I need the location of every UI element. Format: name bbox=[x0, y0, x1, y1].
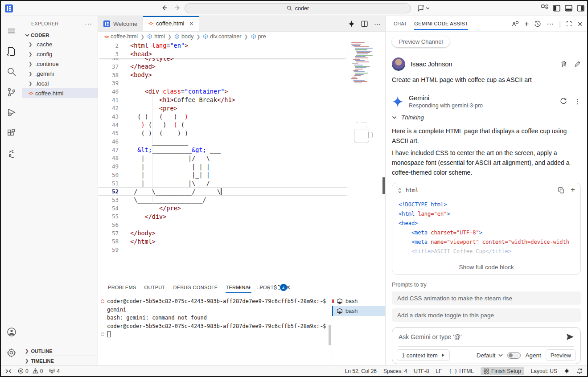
tree-item-.gemini[interactable]: ❯.gemini bbox=[22, 69, 98, 78]
minimap[interactable] bbox=[350, 42, 382, 281]
prompt-suggestion-1[interactable]: Add a dark mode toggle to this page bbox=[392, 308, 581, 322]
copy-code-icon[interactable] bbox=[558, 187, 564, 193]
status-utf-8[interactable]: UTF-8 bbox=[414, 368, 429, 374]
extensions-icon[interactable] bbox=[1, 123, 22, 143]
explorer-more-icon[interactable]: ··· bbox=[85, 20, 92, 27]
tree-item-label: .cache bbox=[35, 41, 52, 48]
terminal-instance-1[interactable]: bash bbox=[332, 306, 385, 316]
toggle-panel-button[interactable] bbox=[565, 5, 572, 12]
chat-maximize-icon[interactable] bbox=[566, 21, 572, 27]
back-button[interactable] bbox=[160, 4, 169, 12]
bash-icon bbox=[337, 298, 343, 304]
panel-tab-terminal[interactable]: TERMINAL bbox=[226, 281, 251, 294]
explorer-icon[interactable] bbox=[1, 41, 22, 61]
toggle-chat-button[interactable] bbox=[417, 4, 430, 12]
menu-icon[interactable] bbox=[1, 20, 22, 41]
notifications-bell-icon[interactable] bbox=[576, 368, 583, 374]
editor-scrollbar[interactable] bbox=[382, 177, 385, 194]
tab-welcome[interactable]: Welcome bbox=[98, 16, 143, 31]
status-ln-52-col-26[interactable]: Ln 52, Col 26 bbox=[345, 368, 377, 374]
breadcrumb-item-body[interactable]: body bbox=[174, 33, 193, 40]
remote-indicator[interactable] bbox=[5, 369, 12, 374]
close-tab-icon[interactable]: ✕ bbox=[189, 20, 193, 27]
model-selector[interactable]: Default bbox=[477, 352, 503, 359]
insert-code-icon[interactable]: + bbox=[571, 187, 575, 193]
panel-tab-problems[interactable]: PROBLEMS bbox=[108, 281, 136, 294]
breadcrumb-item-coffee-html[interactable]: <>coffee.html bbox=[104, 33, 138, 40]
status-finish-setup[interactable]: Finish Setup bbox=[481, 367, 524, 375]
code-line-43: 43 ( ) ( ) ) bbox=[98, 112, 347, 121]
chevron-down-icon bbox=[426, 6, 430, 10]
tree-item-.config[interactable]: ❯.config bbox=[22, 49, 98, 59]
toggle-primary-sidebar-button[interactable] bbox=[553, 5, 560, 12]
context-items-button[interactable]: 1 context item bbox=[397, 349, 450, 361]
terminal-scrollbar[interactable] bbox=[329, 325, 331, 345]
status-layout-us[interactable]: Layout: US bbox=[531, 368, 557, 374]
editor-more-icon[interactable]: ··· bbox=[374, 20, 381, 28]
breadcrumb-item-html[interactable]: html bbox=[147, 33, 165, 40]
breadcrumb-item-div-container[interactable]: div.container bbox=[203, 33, 241, 40]
forward-button[interactable] bbox=[174, 4, 182, 12]
sidebar-section-timeline[interactable]: ❯TIMELINE bbox=[22, 356, 98, 365]
breadcrumb: <>coffee.html❯html❯body❯div.container❯pr… bbox=[98, 32, 385, 41]
split-editor-icon[interactable] bbox=[361, 20, 368, 27]
chat-close-icon[interactable]: ✕ bbox=[577, 20, 583, 28]
chat-more-icon[interactable]: ··· bbox=[547, 20, 554, 28]
command-search-input[interactable]: coder bbox=[185, 3, 411, 13]
panel-tab-ports[interactable]: PORTS4 bbox=[259, 281, 287, 294]
settings-gear-icon[interactable] bbox=[1, 342, 22, 363]
terminal-instance-0[interactable]: bash bbox=[332, 296, 385, 306]
history-icon[interactable] bbox=[534, 20, 541, 28]
customize-layout-button[interactable] bbox=[541, 4, 548, 12]
line-content: ( ) ( ) ) bbox=[119, 130, 188, 137]
code-line-37: 37</head> bbox=[98, 62, 347, 71]
user-name: Isaac Johnson bbox=[411, 61, 560, 68]
regenerate-icon[interactable] bbox=[560, 98, 567, 106]
tab-coffee-html[interactable]: <>coffee.html✕ bbox=[143, 16, 199, 31]
problems-indicator[interactable]: 0 0 bbox=[18, 368, 43, 374]
continue-extension-icon[interactable]: >CD_ bbox=[1, 143, 22, 164]
prompts-label: Prompts to try bbox=[392, 282, 581, 288]
show-full-code-button[interactable]: Show full code block bbox=[392, 260, 580, 274]
terminal-output[interactable]: coder@coder-5b5e3c82-075c-4243-983b-aff2… bbox=[98, 294, 332, 365]
tree-item-coffee.html[interactable]: <>coffee.html bbox=[22, 88, 98, 98]
status-lf[interactable]: LF bbox=[436, 368, 442, 374]
account-icon[interactable] bbox=[1, 322, 22, 342]
tree-item-.continue[interactable]: ❯.continue bbox=[22, 59, 98, 69]
chat-code-line: <title>ASCII Coffee Cup</title> bbox=[399, 247, 580, 256]
search-icon[interactable] bbox=[1, 61, 22, 82]
send-icon[interactable] bbox=[566, 333, 574, 340]
setup-grid-icon bbox=[484, 369, 489, 374]
chat-input[interactable]: Ask Gemini or type '@' bbox=[399, 333, 462, 340]
sidebar-section-outline[interactable]: ❯OUTLINE bbox=[22, 346, 98, 356]
code-line-41: 41 <h1>Coffee Break</h1> bbox=[98, 96, 347, 104]
code-line-49: 49 | | | | bbox=[98, 162, 347, 171]
agent-toggle[interactable] bbox=[507, 352, 521, 359]
gemini-sparkle-icon[interactable] bbox=[348, 20, 355, 27]
toggle-secondary-sidebar-button[interactable] bbox=[577, 5, 584, 12]
preview-button[interactable]: Preview bbox=[546, 349, 576, 361]
expand-code-icon[interactable] bbox=[398, 188, 402, 193]
new-chat-icon[interactable]: + bbox=[524, 21, 529, 27]
chat-tab-gemini-code-assist[interactable]: GEMINI CODE ASSIST bbox=[414, 16, 468, 32]
edit-message-icon[interactable] bbox=[574, 61, 581, 68]
status-spaces-4[interactable]: Spaces: 4 bbox=[383, 368, 407, 374]
tree-item-.cache[interactable]: ❯.cache bbox=[22, 39, 98, 49]
panel-tab-output[interactable]: OUTPUT bbox=[144, 281, 165, 294]
code-editor[interactable]: 36 </style>37</head>38<body>3940 <div cl… bbox=[98, 41, 385, 281]
chat-tab-chat[interactable]: CHAT bbox=[394, 16, 407, 32]
workspace-root[interactable]: CODER bbox=[22, 31, 98, 39]
delete-message-icon[interactable] bbox=[560, 61, 567, 68]
feedback-icon[interactable] bbox=[512, 20, 519, 28]
run-debug-icon[interactable] bbox=[1, 102, 22, 123]
source-control-icon[interactable] bbox=[1, 82, 22, 102]
message-more-icon[interactable]: ⋮ bbox=[574, 98, 581, 106]
ports-indicator[interactable]: 4 bbox=[49, 368, 60, 374]
status-html[interactable]: { }HTML bbox=[448, 368, 474, 374]
tree-item-.local[interactable]: ❯.local bbox=[22, 78, 98, 88]
breadcrumb-item-pre[interactable]: pre bbox=[251, 33, 266, 40]
prompt-suggestion-0[interactable]: Add CSS animation to make the steam rise bbox=[392, 291, 581, 305]
thinking-toggle[interactable]: Thinking bbox=[392, 114, 581, 121]
sparkle-icon[interactable] bbox=[564, 368, 570, 374]
panel-tab-debug-console[interactable]: DEBUG CONSOLE bbox=[173, 281, 218, 294]
